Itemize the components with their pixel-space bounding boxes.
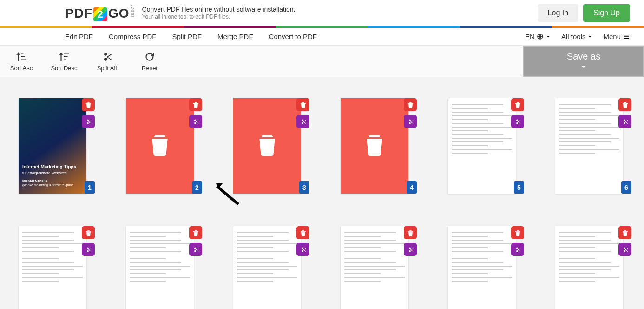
scissors-icon	[85, 118, 92, 125]
split-page-button[interactable]	[189, 115, 202, 128]
main-nav: Edit PDF Compress PDF Split PDF Merge PD…	[0, 28, 644, 46]
page-thumbnail-deleted[interactable]	[341, 98, 408, 194]
delete-page-button[interactable]	[404, 98, 417, 111]
scissors-icon	[85, 246, 92, 253]
delete-page-button[interactable]	[511, 98, 524, 111]
chevron-down-icon	[545, 34, 551, 40]
page-thumbnail[interactable]	[555, 226, 623, 309]
reset-icon	[144, 51, 156, 63]
page-thumbnail-deleted[interactable]	[126, 98, 194, 194]
nav-split-pdf[interactable]: Split PDF	[172, 33, 202, 40]
nav-edit-pdf[interactable]: Edit PDF	[65, 33, 93, 40]
split-all-button[interactable]: Split All	[85, 46, 128, 77]
scissors-icon	[300, 246, 307, 253]
nav-merge-pdf[interactable]: Merge PDF	[217, 33, 253, 40]
scissors-icon	[192, 118, 199, 125]
delete-page-button[interactable]	[189, 226, 202, 239]
delete-page-button[interactable]	[296, 98, 309, 111]
split-page-button[interactable]	[296, 243, 309, 256]
split-page-button[interactable]	[618, 243, 631, 256]
split-page-button[interactable]	[296, 115, 309, 128]
nav-compress-pdf[interactable]: Compress PDF	[109, 33, 157, 40]
page-number-badge: 2	[192, 181, 202, 194]
split-page-button[interactable]	[82, 243, 95, 256]
page-card: 6	[555, 98, 623, 194]
scissors-icon	[622, 246, 629, 253]
menu-icon	[623, 33, 630, 40]
page-card	[126, 226, 194, 309]
scissors-icon	[514, 246, 521, 253]
nav-menu[interactable]: Menu	[603, 33, 630, 40]
page-card: Internet Marketing Tippsfür erfolgreiche…	[19, 98, 86, 194]
delete-page-button[interactable]	[189, 98, 202, 111]
page-thumbnail[interactable]: Internet Marketing Tippsfür erfolgreiche…	[19, 98, 86, 194]
page-thumbnail[interactable]	[126, 226, 194, 309]
sort-asc-icon	[15, 51, 27, 63]
split-page-button[interactable]	[189, 243, 202, 256]
trash-icon	[622, 101, 629, 108]
delete-page-button[interactable]	[511, 226, 524, 239]
split-page-button[interactable]	[618, 115, 631, 128]
globe-icon	[537, 33, 544, 40]
nav-convert-pdf[interactable]: Convert to PDF	[269, 33, 317, 40]
logo-go: GO	[108, 6, 130, 21]
tagline-secondary: Your all in one tool to edit PDF files.	[142, 13, 296, 20]
page-number-badge: 5	[514, 181, 524, 194]
trash-icon	[407, 101, 414, 108]
delete-page-button[interactable]	[618, 98, 631, 111]
split-page-button[interactable]	[404, 115, 417, 128]
trash-icon	[192, 229, 199, 236]
page-number-badge: 3	[299, 181, 309, 194]
delete-page-button[interactable]	[82, 226, 95, 239]
nav-language[interactable]: EN	[525, 33, 551, 40]
sort-asc-button[interactable]: Sort Asc	[0, 46, 43, 77]
brand-stripe	[0, 26, 644, 28]
page-number-badge: 6	[621, 181, 631, 194]
trash-icon	[85, 101, 92, 108]
delete-page-button[interactable]	[618, 226, 631, 239]
page-card	[19, 226, 86, 309]
page-thumbnail[interactable]	[19, 226, 86, 309]
page-card: 3	[233, 98, 301, 194]
login-button[interactable]: Log In	[538, 4, 578, 22]
trash-icon	[300, 229, 307, 236]
page-thumbnail-deleted[interactable]	[233, 98, 301, 194]
trash-icon	[622, 229, 629, 236]
sort-desc-icon	[58, 51, 70, 63]
signup-button[interactable]: Sign Up	[583, 4, 630, 22]
scissors-icon	[192, 246, 199, 253]
split-page-button[interactable]	[404, 243, 417, 256]
delete-page-button[interactable]	[404, 226, 417, 239]
save-as-button[interactable]: Save as	[523, 46, 644, 77]
page-thumbnail[interactable]	[448, 226, 516, 309]
page-card: 4	[341, 98, 408, 194]
page-thumbnail[interactable]	[448, 98, 516, 194]
page-thumbnail[interactable]	[555, 98, 623, 194]
scissors-icon	[407, 246, 414, 253]
reset-button[interactable]: Reset	[128, 46, 171, 77]
split-page-button[interactable]	[511, 115, 524, 128]
page-number-badge: 1	[85, 181, 95, 194]
page-thumbnail[interactable]	[341, 226, 408, 309]
scissors-icon	[407, 118, 414, 125]
delete-page-button[interactable]	[296, 226, 309, 239]
scissors-icon	[514, 118, 521, 125]
trash-icon	[514, 229, 521, 236]
logo[interactable]: PDF 2 GO .com Convert PDF files online w…	[65, 5, 296, 21]
trash-icon	[407, 229, 414, 236]
delete-page-button[interactable]	[82, 98, 95, 111]
chevron-down-icon	[587, 34, 593, 40]
page-card	[341, 226, 408, 309]
split-page-button[interactable]	[82, 115, 95, 128]
page-card	[555, 226, 623, 309]
page-card: 2	[126, 98, 194, 194]
page-number-badge: 4	[407, 181, 417, 194]
scissors-icon	[622, 118, 629, 125]
page-thumbnail[interactable]	[233, 226, 301, 309]
trash-icon	[85, 229, 92, 236]
trash-icon	[363, 133, 386, 159]
split-page-button[interactable]	[511, 243, 524, 256]
sort-desc-button[interactable]: Sort Desc	[43, 46, 85, 77]
nav-all-tools[interactable]: All tools	[561, 33, 593, 40]
trash-icon	[256, 133, 279, 159]
